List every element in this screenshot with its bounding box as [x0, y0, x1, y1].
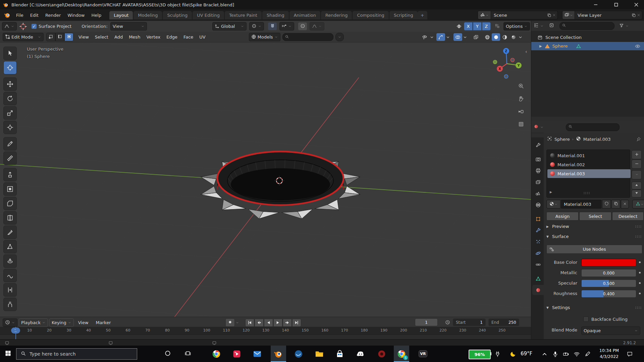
options-dropdown[interactable]: Options: [503, 22, 530, 31]
previous-keyframe-button[interactable]: [255, 319, 264, 327]
settings-panel-header[interactable]: ▼ Settings: [546, 305, 642, 310]
properties-tab-object[interactable]: [532, 214, 544, 224]
scene-browse-button[interactable]: [478, 11, 491, 19]
use-preview-range-clock-icon[interactable]: [445, 320, 450, 325]
navigation-gizmo[interactable]: Z Y X: [490, 48, 523, 81]
preview-collapse-icon[interactable]: ▶: [546, 225, 549, 228]
visibility-dropdown[interactable]: [420, 33, 429, 41]
expand-arrow-icon[interactable]: ▶: [539, 44, 542, 48]
tool-edge-slide-button[interactable]: [3, 283, 17, 297]
viewport-menu-uv[interactable]: UV: [196, 33, 208, 41]
transform-orientation-dropdown[interactable]: Global: [212, 22, 247, 31]
scene-name[interactable]: Scene: [491, 13, 547, 18]
unlink-material-button[interactable]: [621, 200, 629, 208]
animate-dot-icon[interactable]: [639, 272, 641, 274]
overlays-toggle[interactable]: [453, 33, 462, 41]
preview-panel-grip[interactable]: [635, 225, 642, 228]
tool-rotate-button[interactable]: [3, 92, 17, 105]
menu-window[interactable]: Window: [64, 11, 88, 19]
select-button[interactable]: Select: [579, 212, 611, 221]
playback-menu[interactable]: Playback: [19, 318, 48, 327]
start-button[interactable]: [0, 350, 16, 358]
slot-list-expand-icon[interactable]: ▶: [550, 190, 552, 194]
edge-select-mode-button[interactable]: [55, 33, 64, 41]
jump-to-end-button[interactable]: [292, 319, 301, 327]
viewport-menu-vertex[interactable]: Vertex: [143, 33, 163, 41]
blender-app-menu-icon[interactable]: [4, 12, 11, 18]
properties-tab-object-data[interactable]: [532, 274, 544, 284]
orientation-dropdown[interactable]: View: [110, 22, 147, 31]
remove-slot-button[interactable]: [632, 160, 642, 169]
tray-night-light-moon-icon[interactable]: [508, 350, 517, 358]
face-select-mode-button[interactable]: [64, 33, 73, 41]
tool-cursor-button[interactable]: [3, 61, 17, 74]
ortho-toggle-icon[interactable]: [516, 120, 526, 130]
taskbar-app-red-media-app-icon[interactable]: [229, 346, 245, 362]
visibility-chevron-icon[interactable]: [429, 33, 434, 41]
workspace-tab-uv-editing[interactable]: UV Editing: [193, 11, 224, 19]
tool-knife-button[interactable]: [3, 226, 17, 239]
roughness-slider[interactable]: 0.400: [581, 290, 636, 298]
properties-tab-output[interactable]: [532, 166, 544, 176]
sidebar-collapse-arrow[interactable]: ‹: [525, 49, 527, 54]
proportional-editing-toggle[interactable]: [298, 22, 307, 30]
blend-mode-dropdown[interactable]: Opaque: [581, 326, 640, 335]
link-mesh-dropdown[interactable]: [632, 200, 644, 208]
properties-tab-world[interactable]: [532, 200, 544, 210]
tool-spin-button[interactable]: [3, 254, 17, 268]
tool-smooth-button[interactable]: [3, 269, 17, 282]
timeline-ruler[interactable]: 1020304050607080901001101201301401501601…: [0, 327, 531, 335]
slot-move-down-button[interactable]: [632, 190, 642, 197]
timeline-view-menu[interactable]: View: [75, 319, 92, 326]
outliner-editor-type-icon[interactable]: [534, 23, 539, 29]
add-workspace-button[interactable]: +: [418, 11, 427, 19]
fake-user-shield-button[interactable]: [602, 200, 611, 208]
workspace-tab-scripting[interactable]: Scripting: [389, 11, 418, 19]
outliner-row-scene-collection[interactable]: Scene Collection: [531, 33, 644, 42]
cortana-button[interactable]: [160, 350, 175, 358]
breadcrumb-material[interactable]: Material.003: [583, 137, 611, 142]
viewport-3d-scene[interactable]: [0, 42, 531, 317]
tray-clock[interactable]: 10:34 PM4/3/2022: [595, 348, 623, 360]
outliner-search-input[interactable]: [559, 22, 614, 30]
base-color-swatch[interactable]: [581, 259, 636, 266]
scene-unlink-icon[interactable]: [552, 13, 556, 17]
workspace-tab-rendering[interactable]: Rendering: [321, 11, 352, 19]
frame-start-field[interactable]: Start1: [453, 318, 486, 326]
tray-battery-icon[interactable]: [561, 350, 570, 358]
outliner-editor-chevron-icon[interactable]: [540, 24, 544, 28]
tool-rip-region-button[interactable]: [3, 298, 17, 311]
shading-chevron-icon[interactable]: [518, 33, 523, 41]
scene-copy-icon[interactable]: [547, 13, 551, 17]
outliner-row-sphere[interactable]: ▶ Sphere: [531, 42, 644, 50]
workspace-tab-animation[interactable]: Animation: [289, 11, 320, 19]
animate-dot-icon[interactable]: [639, 282, 641, 284]
tool-move-button[interactable]: [3, 77, 17, 91]
preview-panel-header[interactable]: ▶ Preview: [546, 224, 642, 229]
animate-dot-icon[interactable]: [639, 261, 641, 263]
workspace-tab-compositing[interactable]: Compositing: [353, 11, 389, 19]
close-button[interactable]: [629, 0, 644, 9]
menu-edit[interactable]: Edit: [27, 11, 42, 19]
auto-keying-record-button[interactable]: [225, 318, 235, 327]
workspace-tab-texture-paint[interactable]: Texture Paint: [225, 11, 262, 19]
next-keyframe-button[interactable]: [283, 319, 292, 327]
play-button[interactable]: [273, 319, 282, 327]
taskbar-app-blue-round-app-icon[interactable]: [291, 346, 306, 362]
taskbar-app-chrome-profile-icon[interactable]: 5: [394, 346, 409, 362]
menu-file[interactable]: File: [13, 11, 27, 19]
material-name-field[interactable]: Material.003: [561, 202, 591, 207]
tool-poly-build-button[interactable]: [3, 240, 17, 253]
settings-panel-grip[interactable]: [635, 306, 642, 309]
timeline-editor-type-dropdown[interactable]: [3, 318, 17, 327]
tool-transform-button[interactable]: [3, 121, 17, 134]
pan-view-icon[interactable]: [516, 94, 526, 104]
tray-microphone-icon[interactable]: [551, 350, 559, 358]
mirror-z-toggle[interactable]: Z: [482, 22, 491, 31]
use-nodes-button[interactable]: Use Nodes: [546, 245, 642, 254]
taskbar-app-blender-icon[interactable]: [271, 346, 286, 362]
workspace-tab-shading[interactable]: Shading: [262, 11, 289, 19]
auto-keying-chevron-icon[interactable]: [235, 321, 239, 324]
shading-solid-button[interactable]: [492, 33, 500, 41]
tray-temperature[interactable]: 69°F: [521, 351, 532, 357]
